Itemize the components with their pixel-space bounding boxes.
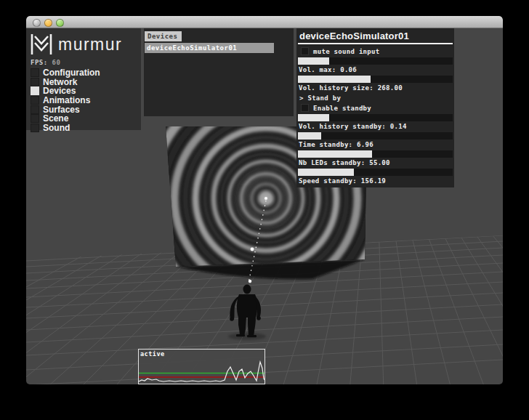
zoom-button-icon[interactable] (56, 19, 64, 27)
standby-group-header[interactable]: > Stand by (297, 92, 453, 103)
close-button-icon[interactable] (33, 19, 41, 27)
enable-standby-checkbox-row[interactable]: Enable standby (301, 104, 453, 112)
speed-standby-slider[interactable] (298, 169, 453, 176)
device-panel-title: deviceEchoSimulator01 (297, 29, 453, 43)
menu-item-label: Sound (43, 123, 70, 133)
menu-checkbox-icon[interactable] (31, 105, 39, 114)
nb-leds-standby-label: Nb LEDs standby: 55.00 (297, 158, 453, 167)
vol-history-size-slider[interactable] (298, 76, 453, 83)
activity-graph-panel: active (138, 349, 265, 384)
menu-checkbox-icon[interactable] (31, 78, 39, 86)
time-standby-slider[interactable] (298, 132, 453, 140)
graph-title: active (140, 350, 165, 358)
murmur-logo-icon (30, 32, 53, 57)
device-list-item[interactable]: deviceEchoSimulator01 (145, 43, 274, 53)
menu-item-animations[interactable]: Animations (26, 96, 141, 105)
app-logo-text: murmur (58, 35, 122, 54)
menu-item-configuration[interactable]: Configuration (26, 68, 141, 78)
checkbox-icon[interactable] (301, 104, 309, 112)
device-settings-panel: deviceEchoSimulator01 mute sound input V… (296, 28, 454, 187)
vol-history-standby-label: Vol. history standby: 0.14 (297, 121, 453, 131)
menu-item-sound[interactable]: Sound (26, 124, 141, 133)
time-standby-label: Time standby: 6.96 (297, 140, 453, 149)
vol-max-label: Vol. max: 0.06 (297, 65, 453, 74)
menu-checkbox-icon[interactable] (31, 68, 39, 77)
menu-item-devices[interactable]: Devices (26, 86, 141, 96)
checkbox-icon[interactable] (301, 47, 309, 55)
vol-history-size-label: Vol. history size: 268.00 (297, 83, 453, 92)
title-divider (298, 43, 453, 44)
vol-history-standby-slider[interactable] (298, 114, 453, 121)
app-content: murmur FPS: 60 ConfigurationNetworkDevic… (26, 28, 503, 384)
devices-panel-header[interactable]: Devices (145, 31, 182, 41)
person-silhouette (230, 285, 261, 338)
menu-item-surfaces[interactable]: Surfaces (26, 105, 141, 114)
mute-sound-input-checkbox-row[interactable]: mute sound input (301, 47, 453, 55)
window-titlebar[interactable] (26, 16, 503, 28)
devices-list-panel: Devices deviceEchoSimulator01 (144, 28, 294, 116)
main-menu-list: ConfigurationNetworkDevicesAnimationsSur… (26, 68, 141, 132)
menu-checkbox-icon[interactable] (31, 96, 39, 105)
app-window: murmur FPS: 60 ConfigurationNetworkDevic… (26, 16, 503, 384)
desktop-background: murmur FPS: 60 ConfigurationNetworkDevic… (0, 0, 529, 420)
menu-checkbox-icon[interactable] (31, 86, 39, 95)
speed-standby-label: Speed standby: 156.19 (297, 176, 453, 185)
menu-checkbox-icon[interactable] (31, 124, 39, 132)
device-list: deviceEchoSimulator01 (144, 43, 294, 53)
menu-item-scene[interactable]: Scene (26, 114, 141, 124)
nb-leds-standby-slider[interactable] (298, 150, 453, 158)
main-menu-panel: murmur FPS: 60 ConfigurationNetworkDevic… (26, 28, 141, 130)
menu-item-network[interactable]: Network (26, 78, 141, 87)
menu-checkbox-icon[interactable] (31, 114, 39, 123)
vol-max-slider[interactable] (298, 57, 453, 65)
volume-waveform (139, 362, 264, 381)
minimize-button-icon[interactable] (44, 19, 52, 27)
fps-counter: FPS: 60 (26, 57, 141, 68)
